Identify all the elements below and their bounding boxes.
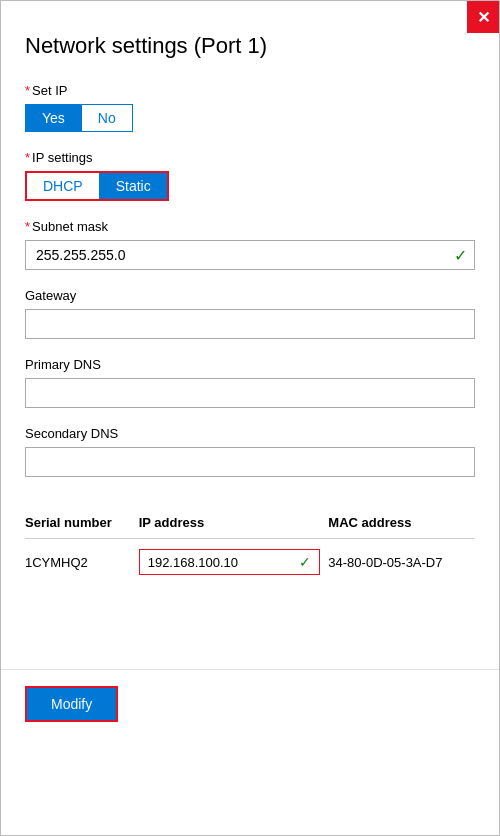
required-star-subnet: * (25, 219, 30, 234)
ip-address-cell: 192.168.100.10 ✓ (139, 539, 329, 586)
device-info-table-section: Serial number IP address MAC address 1CY… (25, 509, 475, 585)
primary-dns-label: Primary DNS (25, 357, 475, 372)
set-ip-no-button[interactable]: No (81, 104, 133, 132)
secondary-dns-label: Secondary DNS (25, 426, 475, 441)
ip-address-value: 192.168.100.10 (148, 555, 294, 570)
set-ip-group: *Set IP Yes No (25, 83, 475, 132)
col-mac-header: MAC address (328, 509, 475, 539)
dialog-footer: Modify (1, 669, 499, 742)
gateway-group: Gateway (25, 288, 475, 339)
modify-button[interactable]: Modify (25, 686, 118, 722)
subnet-mask-group: *Subnet mask ✓ (25, 219, 475, 270)
subnet-mask-input-wrapper: ✓ (25, 240, 475, 270)
mac-address-cell: 34-80-0D-05-3A-D7 (328, 539, 475, 586)
set-ip-label: *Set IP (25, 83, 475, 98)
ip-settings-toggle-group: DHCP Static (25, 171, 169, 201)
table-row: 1CYMHQ2 192.168.100.10 ✓ 34-80-0D-05-3A-… (25, 539, 475, 586)
primary-dns-input[interactable] (25, 378, 475, 408)
gateway-input[interactable] (25, 309, 475, 339)
close-button[interactable]: ✕ (467, 1, 499, 33)
ip-address-field: 192.168.100.10 ✓ (139, 549, 321, 575)
required-star: * (25, 83, 30, 98)
secondary-dns-input[interactable] (25, 447, 475, 477)
dialog-title: Network settings (Port 1) (25, 33, 475, 59)
ip-check-icon: ✓ (299, 554, 311, 570)
gateway-label: Gateway (25, 288, 475, 303)
set-ip-toggle-group: Yes No (25, 104, 475, 132)
primary-dns-group: Primary DNS (25, 357, 475, 408)
subnet-mask-input[interactable] (25, 240, 475, 270)
serial-number-cell: 1CYMHQ2 (25, 539, 139, 586)
col-ip-header: IP address (139, 509, 329, 539)
device-info-table: Serial number IP address MAC address 1CY… (25, 509, 475, 585)
dhcp-button[interactable]: DHCP (27, 173, 100, 199)
static-button[interactable]: Static (100, 173, 167, 199)
required-star-ip: * (25, 150, 30, 165)
close-icon: ✕ (477, 8, 490, 27)
col-serial-header: Serial number (25, 509, 139, 539)
ip-settings-label: *IP settings (25, 150, 475, 165)
secondary-dns-group: Secondary DNS (25, 426, 475, 477)
ip-settings-group: *IP settings DHCP Static (25, 150, 475, 201)
subnet-mask-label: *Subnet mask (25, 219, 475, 234)
network-settings-dialog: ✕ Network settings (Port 1) *Set IP Yes … (0, 0, 500, 836)
set-ip-yes-button[interactable]: Yes (25, 104, 81, 132)
